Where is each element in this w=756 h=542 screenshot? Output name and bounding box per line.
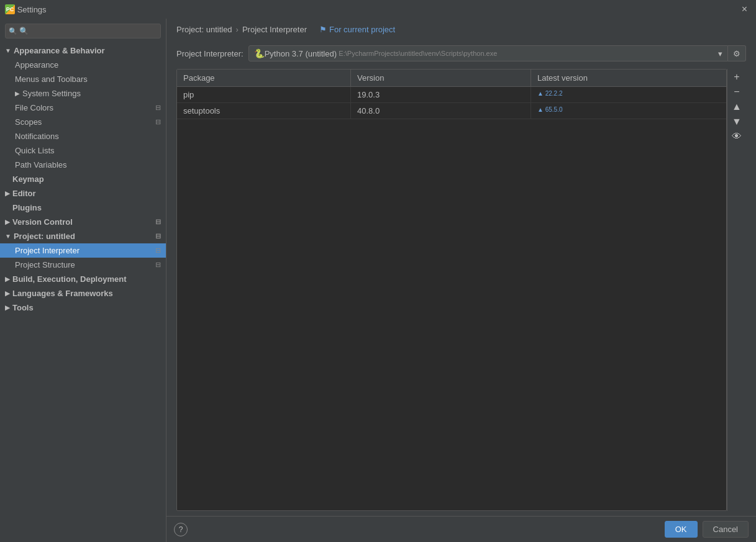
badge-icon: ⊟ bbox=[155, 246, 161, 255]
sidebar-item-keymap[interactable]: ▶Keymap bbox=[0, 172, 166, 186]
cell-version: 19.0.3 bbox=[351, 87, 531, 102]
chevron-icon: ▶ bbox=[5, 290, 10, 297]
sidebar-item-label: Project: untitled bbox=[14, 232, 75, 241]
eye-button[interactable]: 👁 bbox=[730, 130, 744, 143]
sidebar-item-label: Tools bbox=[12, 303, 34, 312]
search-input[interactable] bbox=[5, 24, 161, 38]
search-icon: 🔍 bbox=[9, 27, 17, 35]
up-button[interactable]: ▲ bbox=[730, 100, 744, 114]
cell-package: setuptools bbox=[177, 103, 351, 119]
table-row[interactable]: setuptools 40.8.0 ▲ 65.5.0 bbox=[177, 103, 726, 119]
add-package-button[interactable]: + bbox=[730, 70, 744, 84]
cell-package: pip bbox=[177, 87, 351, 102]
remove-package-button[interactable]: − bbox=[730, 85, 744, 99]
chevron-icon: ▶ bbox=[5, 219, 10, 225]
bottom-bar: ? OK Cancel bbox=[166, 516, 756, 542]
sidebar-item-file-colors[interactable]: File Colors⊟ bbox=[0, 101, 166, 115]
interpreter-select-wrapper: 🐍 Python 3.7 (untitled) E:\PycharmProjec… bbox=[248, 45, 746, 61]
col-header-version: Version bbox=[351, 70, 531, 86]
sidebar-item-label: Project Structure bbox=[15, 260, 75, 269]
up-arrow-icon: ▲ 22.2.2 bbox=[537, 90, 562, 97]
app-icon: PC bbox=[5, 4, 15, 14]
sidebar-item-label: Quick Lists bbox=[15, 146, 55, 155]
right-panel: Project: untitled › Project Interpreter … bbox=[166, 19, 756, 542]
table-row[interactable]: pip 19.0.3 ▲ 22.2.2 bbox=[177, 87, 726, 103]
breadcrumb-separator: › bbox=[236, 25, 239, 34]
badge-icon: ⊟ bbox=[155, 104, 161, 112]
bottom-right: OK Cancel bbox=[665, 521, 749, 538]
interpreter-value: Python 3.7 (untitled) bbox=[265, 49, 337, 58]
chevron-icon: ▼ bbox=[5, 233, 11, 240]
breadcrumb-project[interactable]: Project: untitled bbox=[176, 25, 232, 34]
up-arrow-icon: ▲ 65.5.0 bbox=[537, 106, 562, 113]
sidebar-item-label: Keymap bbox=[12, 174, 44, 184]
sidebar-item-notifications[interactable]: Notifications bbox=[0, 129, 166, 143]
interpreter-settings-button[interactable]: ⚙ bbox=[728, 45, 746, 61]
sidebar-item-label: Editor bbox=[12, 189, 36, 198]
sidebar-item-system-settings[interactable]: ▶System Settings bbox=[0, 86, 166, 101]
sidebar: 🔍 ▼Appearance & BehaviorAppearanceMenus … bbox=[0, 19, 166, 542]
table-header: Package Version Latest version bbox=[177, 70, 726, 87]
col-header-package: Package bbox=[177, 70, 351, 86]
sidebar-item-editor[interactable]: ▶Editor bbox=[0, 186, 166, 201]
packages-table: Package Version Latest version pip 19.0.… bbox=[176, 69, 727, 511]
interpreter-path: E:\PycharmProjects\untitled\venv\Scripts… bbox=[339, 50, 497, 57]
sidebar-item-project-structure[interactable]: Project Structure⊟ bbox=[0, 258, 166, 272]
sidebar-item-label: Project Interpreter bbox=[15, 246, 80, 255]
sidebar-item-label: Version Control bbox=[12, 217, 73, 227]
sidebar-item-appearance-behavior[interactable]: ▼Appearance & Behavior bbox=[0, 43, 166, 58]
sidebar-item-label: Menus and Toolbars bbox=[15, 75, 88, 84]
badge-icon: ⊟ bbox=[155, 218, 161, 226]
chevron-icon: ▼ bbox=[5, 47, 11, 54]
ok-button[interactable]: OK bbox=[665, 521, 698, 538]
interpreter-label: Project Interpreter: bbox=[176, 49, 244, 58]
sidebar-item-label: Notifications bbox=[15, 132, 59, 141]
sidebar-item-label: System Settings bbox=[22, 89, 81, 98]
cell-latest: ▲ 65.5.0 bbox=[531, 103, 726, 119]
sidebar-item-quick-lists[interactable]: Quick Lists bbox=[0, 143, 166, 158]
badge-icon: ⊟ bbox=[155, 232, 161, 240]
sidebar-item-tools[interactable]: ▶Tools bbox=[0, 300, 166, 315]
content-area: Project Interpreter: 🐍 Python 3.7 (untit… bbox=[166, 40, 756, 516]
table-body: pip 19.0.3 ▲ 22.2.2 setuptools 40.8.0 ▲ … bbox=[177, 87, 726, 510]
sidebar-item-label: Path Variables bbox=[15, 160, 67, 169]
sidebar-item-label: Plugins bbox=[12, 203, 42, 212]
sidebar-item-project-interpreter[interactable]: Project Interpreter⊟ bbox=[0, 243, 166, 258]
bottom-left: ? bbox=[174, 523, 188, 536]
python-icon: 🐍 bbox=[254, 48, 265, 58]
gear-icon: ⚙ bbox=[733, 49, 740, 58]
search-box: 🔍 bbox=[5, 24, 161, 38]
badge-icon: ⊟ bbox=[155, 118, 161, 126]
sidebar-item-label: File Colors bbox=[15, 103, 53, 112]
down-button[interactable]: ▼ bbox=[730, 115, 744, 129]
sidebar-item-project-untitled[interactable]: ▼Project: untitled⊟ bbox=[0, 229, 166, 243]
interpreter-select[interactable]: 🐍 Python 3.7 (untitled) E:\PycharmProjec… bbox=[248, 45, 728, 61]
sidebar-item-appearance[interactable]: Appearance bbox=[0, 58, 166, 72]
for-project-label: For current project bbox=[329, 25, 395, 34]
col-header-latest: Latest version bbox=[531, 70, 726, 86]
sidebar-item-version-control[interactable]: ▶Version Control⊟ bbox=[0, 215, 166, 229]
sidebar-item-label: Appearance bbox=[15, 60, 58, 70]
flag-icon: ⚑ bbox=[319, 25, 327, 34]
sidebar-item-label: Languages & Frameworks bbox=[12, 289, 113, 298]
chevron-icon: ▶ bbox=[15, 90, 20, 97]
cell-version: 40.8.0 bbox=[351, 103, 531, 119]
close-button[interactable]: × bbox=[738, 2, 751, 16]
for-project-link[interactable]: ⚑ For current project bbox=[319, 25, 395, 34]
sidebar-item-path-variables[interactable]: Path Variables bbox=[0, 158, 166, 172]
sidebar-item-menus-toolbars[interactable]: Menus and Toolbars bbox=[0, 72, 166, 86]
sidebar-item-label: Scopes bbox=[15, 117, 42, 127]
sidebar-item-label: Build, Execution, Deployment bbox=[12, 274, 126, 284]
sidebar-item-scopes[interactable]: Scopes⊟ bbox=[0, 115, 166, 129]
help-button[interactable]: ? bbox=[174, 523, 188, 536]
sidebar-item-build-execution[interactable]: ▶Build, Execution, Deployment bbox=[0, 272, 166, 286]
packages-section: Package Version Latest version pip 19.0.… bbox=[176, 69, 746, 511]
sidebar-item-languages-frameworks[interactable]: ▶Languages & Frameworks bbox=[0, 286, 166, 300]
breadcrumb-current: Project Interpreter bbox=[242, 25, 307, 34]
breadcrumb: Project: untitled › Project Interpreter … bbox=[166, 19, 756, 40]
cancel-button[interactable]: Cancel bbox=[703, 521, 749, 538]
sidebar-item-plugins[interactable]: ▶Plugins bbox=[0, 201, 166, 215]
cell-latest: ▲ 22.2.2 bbox=[531, 87, 726, 102]
titlebar: PC Settings × bbox=[0, 0, 756, 19]
window-title: Settings bbox=[17, 5, 738, 14]
